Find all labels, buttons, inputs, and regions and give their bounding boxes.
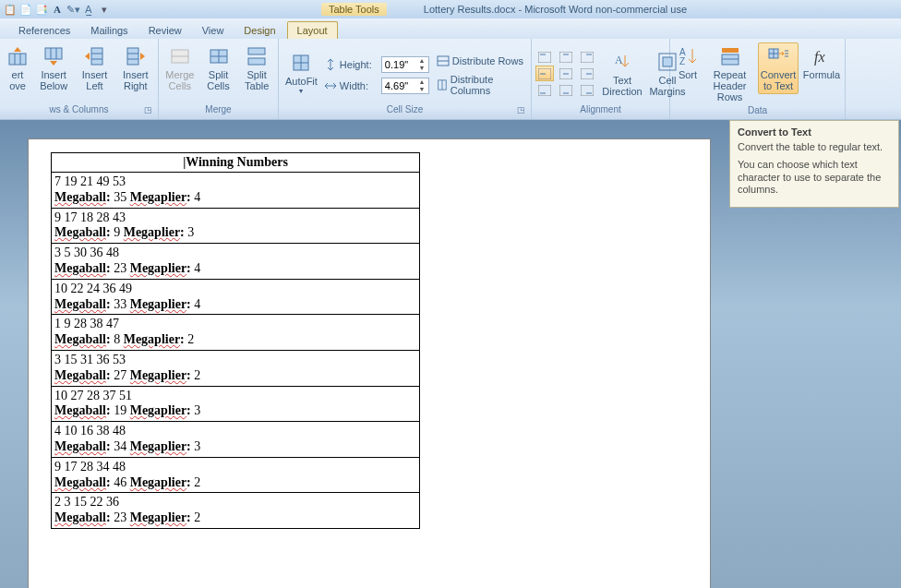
megaball-label: Megaball [54,261,106,275]
table-cell[interactable]: 10 27 28 37 51Megaball: 19 Megaplier: 3 [52,386,420,422]
table-cell[interactable]: 4 10 16 38 48Megaball: 34 Megaplier: 3 [52,422,420,458]
group-data: AZ Sort Repeat Header Rows Convert to Te… [670,39,846,119]
tab-view[interactable]: View [193,22,234,39]
megaball-label: Megaball [54,190,106,204]
megaplier-label: Megaplier [130,190,186,204]
paste-icon[interactable]: 📋 [4,3,17,16]
svg-rect-32 [559,52,572,63]
width-input[interactable] [385,80,416,91]
formula-button[interactable]: fx Formula [802,42,841,83]
winning-numbers: 3 15 31 36 53 [54,353,416,368]
font-size-icon[interactable]: A̲ [82,3,95,16]
page[interactable]: |Winning Numbers 7 19 21 49 53Megaball: … [28,138,711,588]
customize-qat-icon[interactable]: ▾ [98,3,111,16]
spin-up-icon[interactable]: ▲ [416,57,427,65]
align-tr-button[interactable] [578,49,596,65]
table-row[interactable]: 9 17 28 34 48Megaball: 46 Megaplier: 2 [52,457,420,493]
svg-rect-46 [581,85,594,96]
table-row[interactable]: 9 17 18 28 43Megaball: 9 Megaplier: 3 [52,208,420,244]
tab-review[interactable]: Review [139,22,191,39]
table-cell[interactable]: 1 9 28 38 47Megaball: 8 Megaplier: 2 [52,315,420,351]
group-cell-size: AutoFit ▾ Height: ▲▼ [279,39,532,119]
distribute-rows-button[interactable]: Distribute Rows [433,54,527,68]
megaplier-label: Megaplier [130,403,186,417]
table-cell[interactable]: 2 3 15 22 36Megaball: 23 Megaplier: 2 [52,493,420,529]
text-direction-button[interactable]: A Text Direction [600,48,644,100]
copy-icon[interactable]: 📑 [35,3,48,16]
width-spinner[interactable]: ▲▼ [381,78,429,94]
align-tc-button[interactable] [557,49,575,65]
insert-above-button[interactable]: ert ove [4,42,31,94]
lottery-table[interactable]: |Winning Numbers 7 19 21 49 53Megaball: … [51,152,420,529]
align-tl-button[interactable] [535,49,554,65]
window-caption: Table Tools Lottery Results.docx - Micro… [111,3,897,16]
table-cell[interactable]: 9 17 18 28 43Megaball: 9 Megaplier: 3 [52,208,420,244]
group-label: Alignment [535,104,666,119]
button-label: Insert Right [123,69,149,91]
button-label: Text Direction [602,75,642,97]
highlight-icon[interactable]: ✎▾ [66,3,79,16]
dialog-launcher-icon[interactable]: ◳ [516,105,525,114]
megaball-label: Megaball [54,475,106,489]
table-cell[interactable]: 10 22 24 36 49Megaball: 33 Megaplier: 4 [52,279,420,315]
spin-down-icon[interactable]: ▼ [416,65,427,72]
align-bl-button[interactable] [535,82,554,98]
group-label: ws & Columns◳ [4,104,154,119]
table-cell[interactable]: 7 19 21 49 53Megaball: 35 Megaplier: 4 [52,173,420,209]
megaplier-label: Megaplier [130,510,186,524]
svg-marker-7 [50,61,57,66]
tab-references[interactable]: References [9,22,79,39]
width-label: Width: [340,80,378,91]
table-cell[interactable]: 3 5 30 36 48Megaball: 23 Megaplier: 4 [52,244,420,280]
tab-layout[interactable]: Layout [287,21,338,39]
tab-mailings[interactable]: Mailings [81,22,137,39]
tooltip-convert-to-text: Convert to Text Convert the table to reg… [729,120,899,208]
button-label: ert ove [9,69,26,91]
align-bc-button[interactable] [557,82,575,98]
table-row[interactable]: 2 3 15 22 36Megaball: 23 Megaplier: 2 [52,493,420,529]
font-a-icon[interactable]: A [51,3,64,16]
merge-cells-button: Merge Cells [162,42,198,94]
spin-down-icon[interactable]: ▼ [416,86,427,93]
table-row[interactable]: 7 19 21 49 53Megaball: 35 Megaplier: 4 [52,173,420,209]
tab-design[interactable]: Design [234,22,284,39]
table-header-row[interactable]: |Winning Numbers [52,153,420,173]
svg-rect-53 [722,48,739,53]
table-row[interactable]: 3 5 30 36 48Megaball: 23 Megaplier: 4 [52,244,420,280]
svg-rect-8 [91,48,102,65]
dialog-launcher-icon[interactable]: ◳ [143,105,152,114]
insert-left-button[interactable]: Insert Left [76,42,113,94]
table-cell[interactable]: 3 15 31 36 53Megaball: 27 Megaplier: 2 [52,350,420,386]
table-cell[interactable]: 9 17 28 34 48Megaball: 46 Megaplier: 2 [52,457,420,493]
button-label: AutoFit [285,76,318,87]
align-ml-button[interactable] [535,66,554,81]
table-row[interactable]: 10 22 24 36 49Megaball: 33 Megaplier: 4 [52,279,420,315]
height-input[interactable] [385,59,416,70]
button-label: Distribute Columns [450,74,523,96]
winning-numbers: 7 19 21 49 53 [54,174,416,190]
svg-rect-22 [248,58,265,65]
insert-right-button[interactable]: Insert Right [117,42,154,94]
align-mc-button[interactable] [557,66,575,81]
table-row[interactable]: 10 27 28 37 51Megaball: 19 Megaplier: 3 [52,386,420,422]
paste-plain-icon[interactable]: 📄 [19,3,32,16]
distribute-columns-button[interactable]: Distribute Columns [433,73,527,97]
table-row[interactable]: 4 10 16 38 48Megaball: 34 Megaplier: 3 [52,422,420,458]
button-label: Sort [679,69,697,80]
autofit-button[interactable]: AutoFit ▾ [282,49,320,98]
header-cell[interactable]: |Winning Numbers [52,153,420,173]
convert-to-text-button[interactable]: Convert to Text [758,42,799,94]
split-table-button[interactable]: Split Table [239,42,274,94]
table-row[interactable]: 3 15 31 36 53Megaball: 27 Megaplier: 2 [52,350,420,386]
table-row[interactable]: 1 9 28 38 47Megaball: 8 Megaplier: 2 [52,315,420,351]
svg-rect-4 [45,48,62,59]
button-label: Formula [803,69,840,80]
insert-below-button[interactable]: Insert Below [35,42,72,94]
split-cells-button[interactable]: Split Cells [201,42,236,94]
align-br-button[interactable] [578,82,596,98]
height-spinner[interactable]: ▲▼ [381,56,429,73]
spin-up-icon[interactable]: ▲ [416,78,427,86]
sort-button[interactable]: AZ Sort [674,42,702,83]
repeat-header-rows-button[interactable]: Repeat Header Rows [705,42,754,105]
align-mr-button[interactable] [578,66,596,81]
